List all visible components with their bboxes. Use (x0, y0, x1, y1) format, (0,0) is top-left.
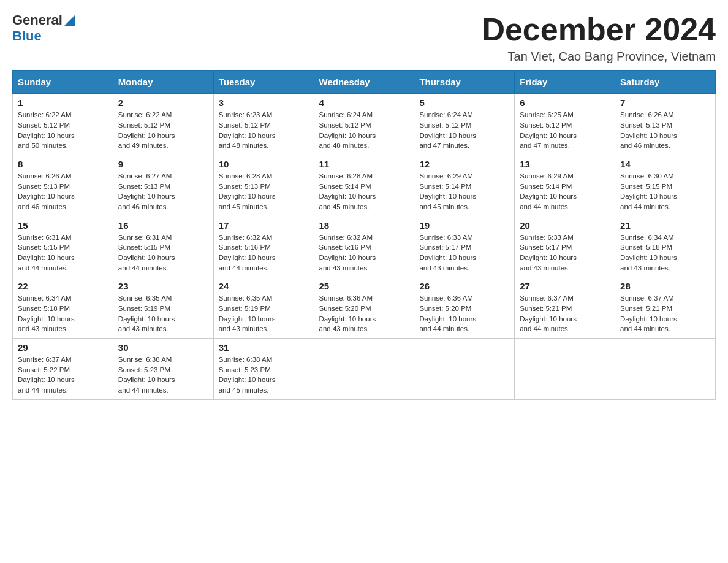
calendar-cell: 3Sunrise: 6:23 AMSunset: 5:12 PMDaylight… (213, 94, 314, 155)
day-info: Sunrise: 6:24 AMSunset: 5:12 PMDaylight:… (419, 110, 509, 151)
calendar-cell: 18Sunrise: 6:32 AMSunset: 5:16 PMDayligh… (314, 216, 414, 277)
calendar-cell: 4Sunrise: 6:24 AMSunset: 5:12 PMDaylight… (314, 94, 414, 155)
day-number: 15 (18, 220, 108, 231)
day-info: Sunrise: 6:35 AMSunset: 5:19 PMDaylight:… (219, 293, 309, 334)
calendar-week-row: 1Sunrise: 6:22 AMSunset: 5:12 PMDaylight… (13, 94, 716, 155)
day-number: 8 (18, 159, 108, 169)
logo: General Blue (12, 12, 75, 44)
day-number: 16 (118, 220, 208, 231)
calendar-cell: 31Sunrise: 6:38 AMSunset: 5:23 PMDayligh… (213, 338, 314, 399)
day-info: Sunrise: 6:29 AMSunset: 5:14 PMDaylight:… (520, 171, 610, 212)
calendar-cell: 7Sunrise: 6:26 AMSunset: 5:13 PMDaylight… (615, 94, 716, 155)
day-number: 18 (319, 220, 409, 231)
page-title: December 2024 (482, 12, 716, 47)
day-number: 13 (520, 159, 610, 169)
calendar-cell: 22Sunrise: 6:34 AMSunset: 5:18 PMDayligh… (13, 277, 113, 339)
day-number: 2 (118, 98, 208, 108)
day-info: Sunrise: 6:32 AMSunset: 5:16 PMDaylight:… (219, 232, 309, 274)
calendar-cell: 24Sunrise: 6:35 AMSunset: 5:19 PMDayligh… (213, 277, 314, 339)
day-number: 21 (620, 220, 710, 231)
day-info: Sunrise: 6:32 AMSunset: 5:16 PMDaylight:… (319, 232, 409, 274)
svg-marker-0 (64, 15, 75, 26)
day-info: Sunrise: 6:34 AMSunset: 5:18 PMDaylight:… (620, 232, 710, 274)
day-number: 27 (520, 281, 610, 291)
day-number: 4 (319, 98, 409, 108)
calendar-cell: 20Sunrise: 6:33 AMSunset: 5:17 PMDayligh… (515, 216, 615, 277)
day-info: Sunrise: 6:28 AMSunset: 5:13 PMDaylight:… (219, 171, 309, 212)
col-sunday: Sunday (13, 71, 113, 94)
calendar-cell: 8Sunrise: 6:26 AMSunset: 5:13 PMDaylight… (13, 155, 113, 216)
day-number: 10 (219, 159, 309, 169)
day-number: 14 (620, 159, 710, 169)
calendar-cell: 19Sunrise: 6:33 AMSunset: 5:17 PMDayligh… (414, 216, 515, 277)
col-wednesday: Wednesday (314, 71, 414, 94)
calendar-week-row: 15Sunrise: 6:31 AMSunset: 5:15 PMDayligh… (13, 216, 716, 277)
day-info: Sunrise: 6:37 AMSunset: 5:22 PMDaylight:… (18, 354, 108, 396)
day-number: 17 (219, 220, 309, 231)
calendar-cell: 10Sunrise: 6:28 AMSunset: 5:13 PMDayligh… (213, 155, 314, 216)
day-number: 12 (419, 159, 509, 169)
calendar-cell (314, 338, 414, 399)
calendar-cell: 11Sunrise: 6:28 AMSunset: 5:14 PMDayligh… (314, 155, 414, 216)
day-info: Sunrise: 6:26 AMSunset: 5:13 PMDaylight:… (18, 171, 108, 212)
day-number: 26 (419, 281, 509, 291)
calendar-cell: 9Sunrise: 6:27 AMSunset: 5:13 PMDaylight… (113, 155, 213, 216)
day-info: Sunrise: 6:37 AMSunset: 5:21 PMDaylight:… (620, 293, 710, 334)
calendar-cell: 25Sunrise: 6:36 AMSunset: 5:20 PMDayligh… (314, 277, 414, 339)
calendar-cell (515, 338, 615, 399)
day-info: Sunrise: 6:29 AMSunset: 5:14 PMDaylight:… (419, 171, 509, 212)
day-info: Sunrise: 6:33 AMSunset: 5:17 PMDaylight:… (419, 232, 509, 274)
day-info: Sunrise: 6:38 AMSunset: 5:23 PMDaylight:… (219, 354, 309, 396)
calendar-cell: 21Sunrise: 6:34 AMSunset: 5:18 PMDayligh… (615, 216, 716, 277)
day-number: 11 (319, 159, 409, 169)
day-info: Sunrise: 6:37 AMSunset: 5:21 PMDaylight:… (520, 293, 610, 334)
day-info: Sunrise: 6:24 AMSunset: 5:12 PMDaylight:… (319, 110, 409, 151)
day-number: 19 (419, 220, 509, 231)
calendar-table: Sunday Monday Tuesday Wednesday Thursday… (12, 70, 716, 399)
page-header: General Blue December 2024 Tan Viet, Cao… (12, 12, 716, 64)
calendar-week-row: 22Sunrise: 6:34 AMSunset: 5:18 PMDayligh… (13, 277, 716, 339)
calendar-header-row: Sunday Monday Tuesday Wednesday Thursday… (13, 71, 716, 94)
day-number: 31 (219, 342, 309, 353)
day-number: 23 (118, 281, 208, 291)
day-info: Sunrise: 6:28 AMSunset: 5:14 PMDaylight:… (319, 171, 409, 212)
day-info: Sunrise: 6:34 AMSunset: 5:18 PMDaylight:… (18, 293, 108, 334)
day-number: 1 (18, 98, 108, 108)
calendar-cell: 29Sunrise: 6:37 AMSunset: 5:22 PMDayligh… (13, 338, 113, 399)
day-info: Sunrise: 6:26 AMSunset: 5:13 PMDaylight:… (620, 110, 710, 151)
col-thursday: Thursday (414, 71, 515, 94)
page-subtitle: Tan Viet, Cao Bang Province, Vietnam (482, 50, 716, 64)
day-info: Sunrise: 6:31 AMSunset: 5:15 PMDaylight:… (18, 232, 108, 274)
day-number: 3 (219, 98, 309, 108)
calendar-cell: 2Sunrise: 6:22 AMSunset: 5:12 PMDaylight… (113, 94, 213, 155)
day-info: Sunrise: 6:22 AMSunset: 5:12 PMDaylight:… (118, 110, 208, 151)
title-section: December 2024 Tan Viet, Cao Bang Provinc… (482, 12, 716, 64)
calendar-cell: 14Sunrise: 6:30 AMSunset: 5:15 PMDayligh… (615, 155, 716, 216)
calendar-cell: 30Sunrise: 6:38 AMSunset: 5:23 PMDayligh… (113, 338, 213, 399)
col-tuesday: Tuesday (213, 71, 314, 94)
day-info: Sunrise: 6:33 AMSunset: 5:17 PMDaylight:… (520, 232, 610, 274)
day-number: 20 (520, 220, 610, 231)
calendar-cell (615, 338, 716, 399)
calendar-cell: 1Sunrise: 6:22 AMSunset: 5:12 PMDaylight… (13, 94, 113, 155)
calendar-cell: 13Sunrise: 6:29 AMSunset: 5:14 PMDayligh… (515, 155, 615, 216)
calendar-cell (414, 338, 515, 399)
calendar-cell: 17Sunrise: 6:32 AMSunset: 5:16 PMDayligh… (213, 216, 314, 277)
day-info: Sunrise: 6:31 AMSunset: 5:15 PMDaylight:… (118, 232, 208, 274)
day-number: 28 (620, 281, 710, 291)
day-info: Sunrise: 6:23 AMSunset: 5:12 PMDaylight:… (219, 110, 309, 151)
calendar-cell: 23Sunrise: 6:35 AMSunset: 5:19 PMDayligh… (113, 277, 213, 339)
calendar-cell: 26Sunrise: 6:36 AMSunset: 5:20 PMDayligh… (414, 277, 515, 339)
calendar-week-row: 29Sunrise: 6:37 AMSunset: 5:22 PMDayligh… (13, 338, 716, 399)
calendar-cell: 12Sunrise: 6:29 AMSunset: 5:14 PMDayligh… (414, 155, 515, 216)
logo-blue: Blue (12, 28, 42, 44)
calendar-cell: 28Sunrise: 6:37 AMSunset: 5:21 PMDayligh… (615, 277, 716, 339)
day-number: 30 (118, 342, 208, 353)
col-saturday: Saturday (615, 71, 716, 94)
day-number: 24 (219, 281, 309, 291)
day-number: 29 (18, 342, 108, 353)
day-info: Sunrise: 6:30 AMSunset: 5:15 PMDaylight:… (620, 171, 710, 212)
logo-general: General (12, 12, 63, 28)
day-info: Sunrise: 6:22 AMSunset: 5:12 PMDaylight:… (18, 110, 108, 151)
day-info: Sunrise: 6:38 AMSunset: 5:23 PMDaylight:… (118, 354, 208, 396)
